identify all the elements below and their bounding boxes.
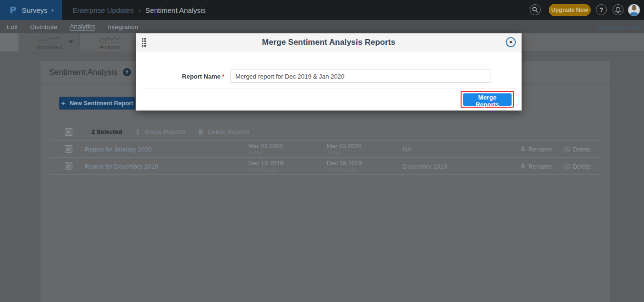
- merge-reports-action[interactable]: Merge Reports: [134, 128, 185, 135]
- new-sentiment-report-label: New Sentiment Report: [70, 100, 133, 107]
- survey-nav: Edit Distribute Analytics Integration Re…: [0, 20, 644, 33]
- merge-reports-submit-button[interactable]: Merge Reports: [463, 93, 512, 106]
- help-button[interactable]: ?: [596, 4, 607, 15]
- plus-icon: +: [61, 100, 65, 107]
- modal-close-button[interactable]: ✕: [506, 37, 516, 47]
- delete-action[interactable]: Delete: [564, 163, 591, 170]
- modified-date: Mar 03 2020 Today: [327, 143, 362, 155]
- nav-item-integration[interactable]: Integration: [108, 23, 138, 30]
- bell-icon: [615, 7, 621, 13]
- dashboard-dropdown-caret-icon[interactable]: [69, 40, 73, 43]
- upgrade-now-button[interactable]: Upgrade Now: [549, 4, 591, 16]
- delete-reports-label: Delete Reports: [208, 128, 249, 135]
- breadcrumb-separator: ›: [138, 6, 141, 14]
- created-date-relative: 2 months ago: [248, 167, 283, 172]
- top-bar: P Surveys ▾ Enterprise Updates › Sentime…: [0, 0, 644, 20]
- circle-x-icon: [564, 163, 570, 170]
- rename-a-icon: A: [520, 162, 525, 170]
- reports-table: ✓ Report for January 2020 Mar 03 2020 To…: [49, 141, 601, 175]
- search-icon: [532, 7, 538, 13]
- modal-footer-divider: [141, 89, 516, 89]
- nav-item-analytics[interactable]: Analytics: [70, 23, 95, 31]
- row-checkbox[interactable]: ✓: [65, 162, 72, 170]
- modified-date: Dec 19 2019 2 months ago: [327, 160, 362, 172]
- rename-label: Rename: [528, 146, 552, 153]
- user-photo-icon: [628, 4, 640, 16]
- delete-reports-action[interactable]: Delete Reports: [198, 128, 249, 135]
- analysis-chart-icon: [98, 36, 122, 43]
- report-period: NA: [403, 146, 412, 153]
- rename-action[interactable]: A Rename: [520, 162, 552, 170]
- merge-reports-modal: Merge Sentiment Analysis Reports ✕ Repor…: [136, 33, 522, 111]
- rename-a-icon: A: [520, 145, 525, 153]
- user-avatar[interactable]: [628, 4, 640, 16]
- page-help-icon[interactable]: ?: [123, 68, 131, 76]
- created-date-value: Dec 19 2019: [248, 160, 283, 167]
- delete-action[interactable]: Delete: [564, 146, 591, 153]
- tab-analysis-label: Analysis: [100, 44, 120, 50]
- notifications-button[interactable]: [613, 4, 624, 15]
- product-name: Surveys: [22, 6, 48, 14]
- created-date-value: Mar 03 2020: [248, 143, 283, 150]
- table-row-january-2020: ✓ Report for January 2020 Mar 03 2020 To…: [49, 141, 601, 158]
- rename-label: Rename: [528, 163, 552, 170]
- line-chart-icon: [37, 36, 61, 43]
- row-checkbox[interactable]: ✓: [65, 145, 72, 153]
- selected-count: 2 Selected: [91, 128, 122, 135]
- tab-analysis[interactable]: Analysis: [80, 33, 141, 51]
- chevron-down-icon: ▾: [51, 8, 54, 13]
- rename-action[interactable]: A Rename: [520, 145, 552, 153]
- bulk-actions-bar: ✓ 2 Selected Merge Reports Delete Report…: [49, 123, 601, 141]
- report-name-input[interactable]: [230, 70, 491, 83]
- nav-item-distribute[interactable]: Distribute: [30, 23, 57, 30]
- breadcrumb: Enterprise Updates › Sentiment Analysis: [72, 0, 206, 20]
- modified-date-value: Dec 19 2019: [327, 160, 362, 167]
- new-sentiment-report-button[interactable]: + New Sentiment Report: [59, 97, 135, 110]
- report-name-link[interactable]: Report for January 2020: [85, 146, 151, 153]
- page-title: Sentiment Analysis: [49, 68, 118, 77]
- modified-date-relative: Today: [327, 150, 362, 155]
- report-period: December 2019: [403, 163, 447, 170]
- select-all-checkbox[interactable]: ✓: [65, 128, 72, 136]
- modal-header: Merge Sentiment Analysis Reports ✕: [136, 33, 522, 51]
- delete-label: Delete: [573, 146, 591, 153]
- trash-icon: [198, 129, 203, 135]
- action-highlight-box: Merge Reports: [461, 91, 514, 108]
- report-name-label-text: Report Name: [182, 73, 221, 80]
- modified-date-relative: 2 months ago: [327, 167, 362, 172]
- created-date: Mar 03 2020 Today: [248, 143, 283, 155]
- modified-date-value: Mar 03 2020: [327, 143, 362, 150]
- search-button[interactable]: [530, 4, 541, 15]
- created-date: Dec 19 2019 2 months ago: [248, 160, 283, 172]
- breadcrumb-survey-name[interactable]: Enterprise Updates: [72, 6, 133, 14]
- delete-label: Delete: [573, 163, 591, 170]
- modal-title: Merge Sentiment Analysis Reports: [136, 33, 522, 51]
- circle-x-icon: [564, 146, 570, 152]
- close-icon: ✕: [509, 40, 513, 45]
- breadcrumb-current-page: Sentiment Analysis: [145, 6, 206, 14]
- product-switcher[interactable]: P Surveys ▾: [0, 0, 62, 20]
- row-actions: A Rename Delete: [520, 158, 591, 175]
- modal-body: Report Name* Merge Reports: [136, 51, 522, 111]
- brand-logo-icon: P: [10, 4, 17, 16]
- required-asterisk: *: [222, 73, 224, 80]
- report-name-label: Report Name*: [136, 73, 224, 80]
- report-name-link[interactable]: Report for December 2019: [85, 163, 158, 170]
- question-mark-icon: ?: [600, 6, 604, 13]
- merge-reports-label: Merge Reports: [144, 128, 185, 135]
- created-date-relative: Today: [248, 150, 283, 155]
- upgrade-now-label: Upgrade Now: [551, 7, 588, 13]
- toolbar-left-strip: [0, 33, 19, 51]
- row-actions: A Rename Delete: [520, 141, 591, 158]
- table-row-december-2019: ✓ Report for December 2019 Dec 19 2019 2…: [49, 158, 601, 175]
- nav-item-edit[interactable]: Edit: [7, 23, 18, 30]
- tab-dashboard-label: Dashboard: [36, 44, 62, 50]
- responses-count: Responses: 28: [596, 20, 640, 33]
- merge-icon: [134, 129, 141, 135]
- tab-dashboard[interactable]: Dashboard: [19, 33, 80, 51]
